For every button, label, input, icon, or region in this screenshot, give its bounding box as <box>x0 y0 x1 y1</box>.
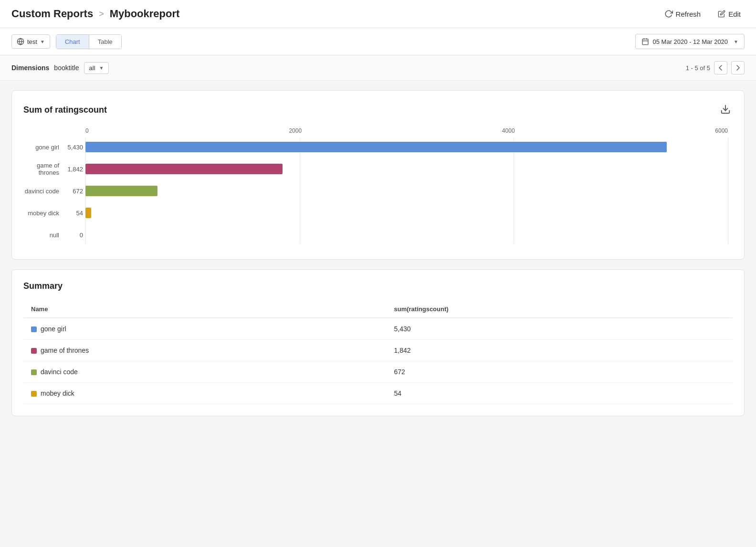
chart-bar-row: gone girl5,430 <box>85 138 728 156</box>
date-dropdown-icon: ▼ <box>734 39 738 44</box>
tab-table[interactable]: Table <box>89 35 121 49</box>
col-name-header: Name <box>23 301 386 318</box>
tab-chart[interactable]: Chart <box>56 35 89 49</box>
chevron-left-icon <box>719 65 723 71</box>
value-cell: 54 <box>386 383 733 404</box>
header-actions: Refresh Edit <box>661 8 745 20</box>
name-cell: gone girl <box>23 318 386 340</box>
toolbar-left: test ▼ Chart Table <box>11 34 122 49</box>
date-range-selector[interactable]: 05 Mar 2020 - 12 Mar 2020 ▼ <box>635 34 745 49</box>
refresh-icon <box>664 10 673 18</box>
calendar-icon <box>641 38 649 45</box>
download-button[interactable] <box>718 102 733 118</box>
header: Custom Reports > Mybookreport Refresh Ed… <box>0 0 756 28</box>
filter-dropdown-icon: ▼ <box>99 65 104 71</box>
summary-card: Summary Name sum(ratingscount) gone girl… <box>11 269 745 416</box>
chart-bar-row: davinci code672 <box>85 182 728 200</box>
summary-card-header: Summary <box>23 281 733 291</box>
svg-rect-2 <box>642 39 648 45</box>
next-page-button[interactable] <box>731 61 745 74</box>
breadcrumb: Custom Reports > Mybookreport <box>11 8 179 20</box>
value-cell: 1,842 <box>386 340 733 361</box>
dimensions-label: Dimensions <box>11 64 49 72</box>
chart-bar-row: mobey dick54 <box>85 204 728 222</box>
chart-bars: gone girl5,430game of thrones1,842davinc… <box>85 138 728 244</box>
bar-fill <box>85 164 283 174</box>
edit-label: Edit <box>728 10 741 18</box>
chart-area: 0 2000 4000 6000 gone girl5,430game of t… <box>23 127 733 244</box>
name-cell: game of thrones <box>23 340 386 361</box>
refresh-label: Refresh <box>676 10 701 18</box>
bar-label: davinci code <box>23 188 59 195</box>
filter-value: all <box>89 64 95 72</box>
chart-card: Sum of ratingscount 0 2000 4000 6000 <box>11 90 745 260</box>
refresh-button[interactable]: Refresh <box>661 8 705 20</box>
bar-label: mobey dick <box>23 210 59 217</box>
breadcrumb-report-name: Mybookreport <box>110 8 180 20</box>
table-row: game of thrones1,842 <box>23 340 733 361</box>
color-dot <box>31 391 37 397</box>
table-row: mobey dick54 <box>23 383 733 404</box>
bar-value: 1,842 <box>62 166 83 173</box>
bar-fill <box>85 142 667 152</box>
breadcrumb-separator: > <box>99 9 104 19</box>
breadcrumb-custom-reports[interactable]: Custom Reports <box>11 8 93 20</box>
color-dot <box>31 326 37 332</box>
row-name: game of thrones <box>41 347 89 354</box>
chart-bar-row: game of thrones1,842 <box>85 160 728 178</box>
value-cell: 672 <box>386 361 733 383</box>
dimension-filter[interactable]: all ▼ <box>84 62 109 74</box>
summary-table: Name sum(ratingscount) gone girl5,430gam… <box>23 301 733 404</box>
pagination: 1 - 5 of 5 <box>686 61 745 74</box>
globe-icon <box>17 38 24 45</box>
pagination-text: 1 - 5 of 5 <box>686 64 710 72</box>
row-name: mobey dick <box>41 389 74 397</box>
dimensions-bar: Dimensions booktitle all ▼ 1 - 5 of 5 <box>0 55 756 81</box>
env-label: test <box>27 38 37 45</box>
bar-value: 5,430 <box>62 144 83 151</box>
bar-label: gone girl <box>23 144 59 151</box>
row-name: gone girl <box>41 325 66 333</box>
edit-icon <box>718 10 725 18</box>
view-tabs: Chart Table <box>56 34 122 49</box>
chart-bar-row: null0 <box>85 226 728 244</box>
col-value-header: sum(ratingscount) <box>386 301 733 318</box>
summary-table-header-row: Name sum(ratingscount) <box>23 301 733 318</box>
table-row: gone girl5,430 <box>23 318 733 340</box>
edit-button[interactable]: Edit <box>714 8 745 20</box>
color-dot <box>31 348 37 354</box>
color-dot <box>31 369 37 375</box>
axis-label-0: 0 <box>85 127 89 134</box>
toolbar: test ▼ Chart Table 05 Mar 2020 - 12 Mar … <box>0 28 756 55</box>
axis-label-4000: 4000 <box>502 127 515 134</box>
bar-value: 54 <box>62 210 83 217</box>
main-content: Sum of ratingscount 0 2000 4000 6000 <box>0 81 756 426</box>
bar-value: 0 <box>62 231 83 239</box>
chevron-right-icon <box>736 65 740 71</box>
bar-fill <box>85 186 158 196</box>
chart-title: Sum of ratingscount <box>23 105 107 115</box>
name-cell: mobey dick <box>23 383 386 404</box>
chart-rows: gone girl5,430game of thrones1,842davinc… <box>85 138 728 244</box>
date-range-text: 05 Mar 2020 - 12 Mar 2020 <box>653 38 728 45</box>
row-name: davinci code <box>41 368 78 376</box>
table-row: davinci code672 <box>23 361 733 383</box>
chart-card-header: Sum of ratingscount <box>23 102 733 118</box>
download-icon <box>720 104 731 115</box>
summary-title: Summary <box>23 281 63 291</box>
grid-line-6000 <box>728 138 728 244</box>
axis-label-6000: 6000 <box>715 127 728 134</box>
bar-label: game of thrones <box>23 162 59 176</box>
env-selector[interactable]: test ▼ <box>11 34 50 49</box>
bar-value: 672 <box>62 188 83 195</box>
summary-table-body: gone girl5,430game of thrones1,842davinc… <box>23 318 733 404</box>
dimensions-left: Dimensions booktitle all ▼ <box>11 62 109 74</box>
name-cell: davinci code <box>23 361 386 383</box>
prev-page-button[interactable] <box>714 61 727 74</box>
axis-label-2000: 2000 <box>289 127 302 134</box>
dimension-field: booktitle <box>54 64 79 72</box>
value-cell: 5,430 <box>386 318 733 340</box>
env-dropdown-icon: ▼ <box>40 39 45 44</box>
chart-axis-labels: 0 2000 4000 6000 <box>85 127 728 134</box>
bar-label: null <box>23 231 59 239</box>
